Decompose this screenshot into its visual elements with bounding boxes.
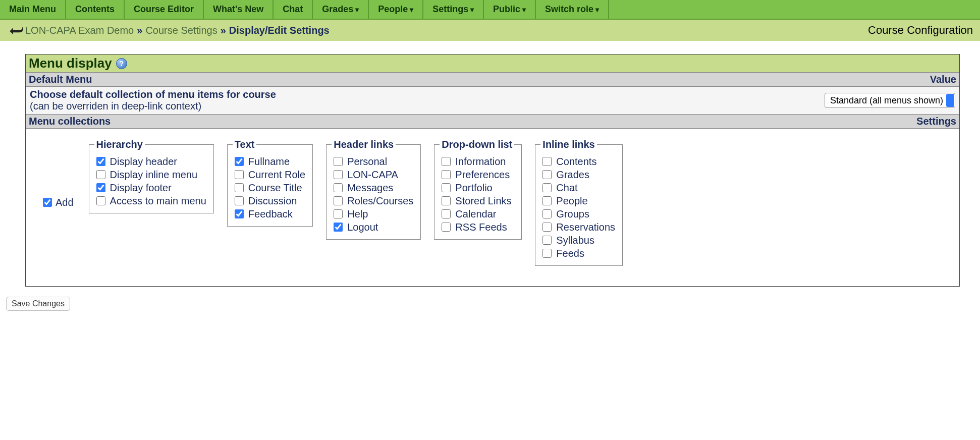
checkbox-row[interactable]: Portfolio <box>440 182 514 194</box>
checkbox-feeds[interactable] <box>542 249 552 258</box>
checkbox-row[interactable]: Information <box>440 155 514 168</box>
checkbox-row[interactable]: Reservations <box>540 221 615 233</box>
default-menu-header-right: Value <box>930 74 956 85</box>
menu-collections-body: Add HierarchyDisplay headerDisplay inlin… <box>26 129 959 286</box>
checkbox-row[interactable]: Syllabus <box>540 234 615 246</box>
checkbox-information[interactable] <box>442 157 451 166</box>
checkbox-row[interactable]: Personal <box>332 155 413 168</box>
checkbox-row[interactable]: Display header <box>94 155 206 168</box>
group-legend: Text <box>233 139 257 150</box>
checkbox-rss-feeds[interactable] <box>442 223 451 232</box>
checkbox-row[interactable]: Course Title <box>233 182 305 194</box>
checkbox-grades[interactable] <box>542 170 552 179</box>
checkbox-logout[interactable] <box>334 223 343 232</box>
group-hierarchy: HierarchyDisplay headerDisplay inline me… <box>89 139 214 213</box>
checkbox-preferences[interactable] <box>442 170 451 179</box>
checkbox-label: Discussion <box>248 195 297 207</box>
checkbox-row[interactable]: Contents <box>540 155 615 168</box>
checkbox-row[interactable]: Feeds <box>540 247 615 259</box>
nav-item-contents[interactable]: Contents <box>66 0 125 19</box>
checkbox-row[interactable]: LON-CAPA <box>332 169 413 181</box>
nav-item-switch-role[interactable]: Switch role <box>536 0 609 19</box>
add-label: Add <box>56 197 74 208</box>
checkbox-label: Portfolio <box>455 182 492 194</box>
checkbox-row[interactable]: Display footer <box>94 182 206 194</box>
nav-item-chat[interactable]: Chat <box>274 0 313 19</box>
checkbox-row[interactable]: Display inline menu <box>94 169 206 181</box>
page-title: Course Configuration <box>868 24 973 37</box>
checkbox-row[interactable]: RSS Feeds <box>440 221 514 233</box>
checkbox-row[interactable]: Calendar <box>440 208 514 220</box>
breadcrumb-separator: » <box>134 25 145 36</box>
checkbox-chat[interactable] <box>542 183 552 192</box>
checkbox-row[interactable]: People <box>540 195 615 207</box>
checkbox-people[interactable] <box>542 196 552 205</box>
checkbox-feedback[interactable] <box>235 209 244 218</box>
checkbox-row[interactable]: Messages <box>332 182 413 194</box>
checkbox-display-footer[interactable] <box>96 183 105 192</box>
checkbox-portfolio[interactable] <box>442 183 451 192</box>
checkbox-label: Personal <box>347 156 387 168</box>
nav-item-public[interactable]: Public <box>484 0 536 19</box>
checkbox-messages[interactable] <box>334 183 343 192</box>
checkbox-help[interactable] <box>334 209 343 218</box>
checkbox-label: Feeds <box>556 248 584 259</box>
menu-collections-header-left: Menu collections <box>29 116 111 127</box>
top-nav: Main MenuContentsCourse EditorWhat's New… <box>0 0 980 20</box>
checkbox-current-role[interactable] <box>235 170 244 179</box>
nav-item-grades[interactable]: Grades <box>313 0 369 19</box>
checkbox-fullname[interactable] <box>235 157 244 166</box>
breadcrumb-bar: LON-CAPA Exam Demo»Course Settings» Disp… <box>0 20 980 41</box>
checkbox-row[interactable]: Grades <box>540 169 615 181</box>
checkbox-row[interactable]: Stored Links <box>440 195 514 207</box>
checkbox-access-to-main-menu[interactable] <box>96 196 105 205</box>
checkbox-lon-capa[interactable] <box>334 170 343 179</box>
checkbox-course-title[interactable] <box>235 183 244 192</box>
checkbox-label: Roles/Courses <box>347 195 413 207</box>
checkbox-row[interactable]: Fullname <box>233 155 305 168</box>
add-checkbox[interactable] <box>43 198 52 207</box>
default-menu-header-left: Default Menu <box>29 74 92 85</box>
checkbox-row[interactable]: Current Role <box>233 169 305 181</box>
group-legend: Inline links <box>540 139 596 150</box>
checkbox-row[interactable]: Groups <box>540 208 615 220</box>
checkbox-groups[interactable] <box>542 209 552 218</box>
checkbox-personal[interactable] <box>334 157 343 166</box>
nav-item-people[interactable]: People <box>369 0 423 19</box>
group-drop-down-list: Drop-down listInformationPreferencesPort… <box>434 139 522 240</box>
checkbox-row[interactable]: Preferences <box>440 169 514 181</box>
nav-item-main-menu[interactable]: Main Menu <box>0 0 66 19</box>
checkbox-label: Syllabus <box>556 235 594 246</box>
checkbox-reservations[interactable] <box>542 223 552 232</box>
checkbox-row[interactable]: Logout <box>332 221 413 233</box>
help-icon[interactable]: ? <box>116 58 127 69</box>
checkbox-row[interactable]: Roles/Courses <box>332 195 413 207</box>
checkbox-calendar[interactable] <box>442 209 451 218</box>
breadcrumb-link[interactable]: Course Settings <box>145 25 217 36</box>
default-menu-select[interactable]: Standard (all menus shown) <box>825 93 955 108</box>
nav-item-what-s-new[interactable]: What's New <box>204 0 274 19</box>
checkbox-stored-links[interactable] <box>442 196 451 205</box>
checkbox-label: LON-CAPA <box>347 169 398 181</box>
checkbox-row[interactable]: Chat <box>540 182 615 194</box>
checkbox-label: Calendar <box>455 208 496 220</box>
checkbox-display-header[interactable] <box>96 157 105 166</box>
checkbox-roles-courses[interactable] <box>334 196 343 205</box>
checkbox-row[interactable]: Feedback <box>233 208 305 220</box>
back-arrow-icon[interactable] <box>7 25 24 35</box>
checkbox-syllabus[interactable] <box>542 236 552 245</box>
checkbox-row[interactable]: Help <box>332 208 413 220</box>
checkbox-label: Display inline menu <box>110 169 197 181</box>
checkbox-row[interactable]: Discussion <box>233 195 305 207</box>
nav-item-settings[interactable]: Settings <box>423 0 484 19</box>
checkbox-label: Stored Links <box>455 195 511 207</box>
checkbox-row[interactable]: Access to main menu <box>94 195 206 207</box>
save-changes-button[interactable]: Save Changes <box>6 297 70 311</box>
add-collection[interactable]: Add <box>36 196 79 208</box>
checkbox-display-inline-menu[interactable] <box>96 170 105 179</box>
nav-item-course-editor[interactable]: Course Editor <box>125 0 204 19</box>
checkbox-discussion[interactable] <box>235 196 244 205</box>
checkbox-label: Reservations <box>556 222 615 233</box>
breadcrumb-link[interactable]: LON-CAPA Exam Demo <box>25 25 134 36</box>
checkbox-contents[interactable] <box>542 157 552 166</box>
